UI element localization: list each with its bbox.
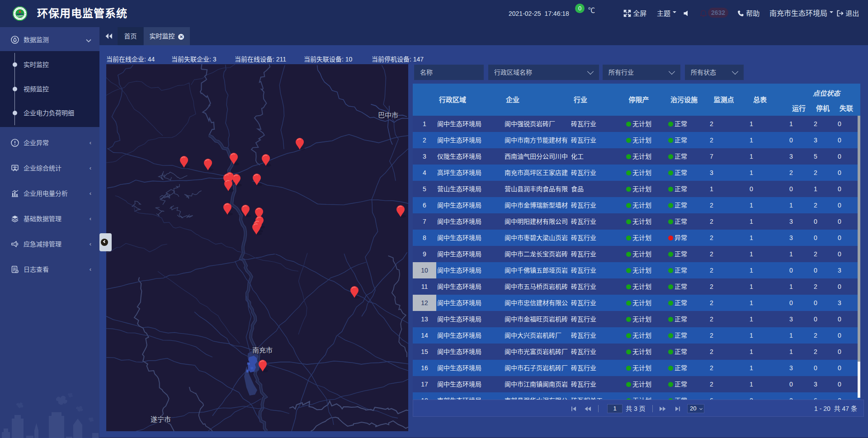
svg-text:遂宁市: 遂宁市 (151, 415, 171, 423)
svg-text:南充市: 南充市 (252, 346, 273, 354)
svg-text:巴中市: 巴中市 (378, 111, 398, 119)
